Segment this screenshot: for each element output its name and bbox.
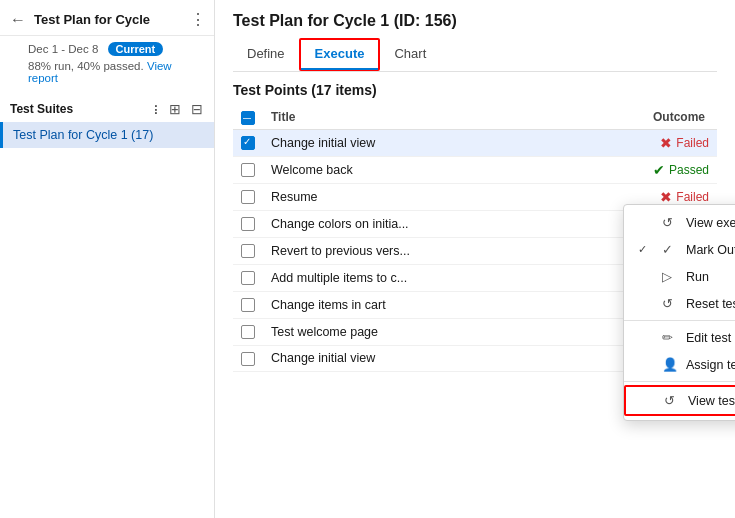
current-badge: Current [108, 42, 164, 56]
row-title: Change colors on initia... [263, 210, 545, 237]
row-checkbox-cell [233, 291, 263, 318]
outcome-text: Passed [669, 163, 709, 177]
row-checkbox[interactable] [241, 217, 255, 231]
sidebar-stats: 88% run, 40% passed. View report [28, 60, 204, 84]
add-suite-btn[interactable]: ⊞ [166, 100, 184, 118]
more-button[interactable]: ⋮ [190, 10, 206, 29]
tab-chart[interactable]: Chart [380, 38, 440, 71]
row-checkbox-cell [233, 318, 263, 345]
row-checkbox-cell [233, 210, 263, 237]
sidebar-title: Test Plan for Cycle [34, 12, 184, 27]
ctx-item-label: Mark Outcome [686, 243, 735, 257]
ctx-check-icon: ✓ [638, 243, 654, 256]
context-menu-item[interactable]: ↺Reset test to active [624, 290, 735, 317]
row-checkbox-cell [233, 183, 263, 210]
row-title: Test welcome page [263, 318, 545, 345]
context-menu-item[interactable]: ↺View test result [624, 385, 735, 416]
row-checkbox[interactable] [241, 325, 255, 339]
history-icon: ↺ [662, 215, 678, 230]
back-button[interactable]: ← [8, 11, 28, 29]
outcome-column-header: Outcome [545, 106, 717, 129]
select-all-checkbox[interactable] [241, 111, 255, 125]
edit-icon: ✏ [662, 330, 678, 345]
context-menu-divider [624, 320, 735, 321]
result-icon: ↺ [664, 393, 680, 408]
row-title: Add multiple items to c... [263, 264, 545, 291]
context-menu-divider [624, 381, 735, 382]
reset-icon: ↺ [662, 296, 678, 311]
row-checkbox[interactable] [241, 271, 255, 285]
context-menu-item[interactable]: ▷Run› [624, 263, 735, 290]
ctx-item-label: View execution history [686, 216, 735, 230]
sidebar-meta: Dec 1 - Dec 8 Current 88% run, 40% passe… [0, 36, 214, 92]
context-menu-item[interactable]: ↺View execution history [624, 209, 735, 236]
tab-define[interactable]: Define [233, 38, 299, 71]
row-outcome: ✔Passed [545, 156, 717, 183]
passed-icon: ✔ [653, 162, 665, 178]
context-menu-item[interactable]: ✓✓Mark Outcome› [624, 236, 735, 263]
row-outcome: ✖Failed [545, 129, 717, 156]
row-checkbox[interactable] [241, 136, 255, 150]
row-title: Change items in cart [263, 291, 545, 318]
sidebar: ← Test Plan for Cycle ⋮ Dec 1 - Dec 8 Cu… [0, 0, 215, 518]
sidebar-header: ← Test Plan for Cycle ⋮ [0, 0, 214, 36]
row-title: Change initial view [263, 345, 545, 371]
tabs-bar: Define Execute Chart [233, 38, 717, 72]
row-checkbox[interactable] [241, 244, 255, 258]
section-title: Test Points (17 items) [233, 82, 717, 98]
check-icon: ✓ [662, 242, 678, 257]
row-title: Welcome back [263, 156, 545, 183]
row-title: Revert to previous vers... [263, 237, 545, 264]
ctx-item-label: View test result [688, 394, 735, 408]
row-checkbox[interactable] [241, 163, 255, 177]
content-area: Test Points (17 items) Title Outcome Cha… [215, 72, 735, 518]
context-menu-item[interactable]: 👤Assign tester› [624, 351, 735, 378]
ctx-item-label: Assign tester [686, 358, 735, 372]
tab-execute[interactable]: Execute [299, 38, 381, 71]
table-row[interactable]: Welcome back✔Passed [233, 156, 717, 183]
outcome-text: Failed [676, 190, 709, 204]
suites-header-icons: ⫶ ⊞ ⊟ [149, 100, 206, 118]
sidebar-dates: Dec 1 - Dec 8 Current [28, 42, 204, 56]
outcome-text: Failed [676, 136, 709, 150]
suites-label: Test Suites [10, 102, 73, 116]
run-icon: ▷ [662, 269, 678, 284]
row-checkbox-cell [233, 156, 263, 183]
failed-icon: ✖ [660, 189, 672, 205]
row-checkbox-cell [233, 264, 263, 291]
main-panel: Test Plan for Cycle 1 (ID: 156) Define E… [215, 0, 735, 518]
table-row[interactable]: Change initial view✖Failed [233, 129, 717, 156]
header-checkbox-cell [233, 106, 263, 129]
failed-icon: ✖ [660, 135, 672, 151]
row-title: Change initial view [263, 129, 545, 156]
collapse-btn[interactable]: ⊟ [188, 100, 206, 118]
context-menu: ↺View execution history✓✓Mark Outcome›▷R… [623, 204, 735, 421]
ctx-item-label: Reset test to active [686, 297, 735, 311]
main-header: Test Plan for Cycle 1 (ID: 156) Define E… [215, 0, 735, 72]
ctx-item-label: Edit test case [686, 331, 735, 345]
row-checkbox-cell [233, 129, 263, 156]
row-checkbox[interactable] [241, 190, 255, 204]
context-menu-item[interactable]: ✏Edit test case [624, 324, 735, 351]
ctx-item-label: Run [686, 270, 709, 284]
row-title: Resume [263, 183, 545, 210]
page-title: Test Plan for Cycle 1 (ID: 156) [233, 12, 717, 30]
suite-item[interactable]: Test Plan for Cycle 1 (17) [0, 122, 214, 148]
tree-icon-btn[interactable]: ⫶ [149, 100, 162, 118]
row-checkbox-cell [233, 237, 263, 264]
suites-header: Test Suites ⫶ ⊞ ⊟ [0, 92, 214, 122]
assign-icon: 👤 [662, 357, 678, 372]
title-column-header: Title [263, 106, 545, 129]
row-checkbox[interactable] [241, 352, 255, 366]
row-checkbox-cell [233, 345, 263, 371]
row-checkbox[interactable] [241, 298, 255, 312]
